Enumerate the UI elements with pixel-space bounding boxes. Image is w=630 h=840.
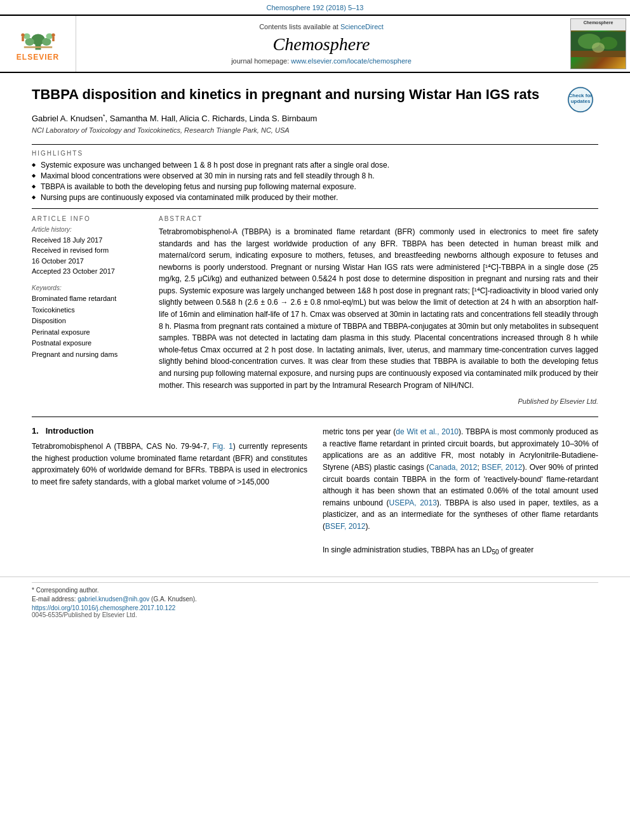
highlights-list: Systemic exposure was unchanged between … <box>32 161 598 202</box>
page: Chemosphere 192 (2018) 5–13 <box>0 0 630 840</box>
keyword: Postnatal exposure <box>32 338 146 349</box>
journal-title-area: Contents lists available at ScienceDirec… <box>76 16 566 72</box>
science-direct-label: Contents lists available at ScienceDirec… <box>259 23 384 30</box>
intro-right-col: metric tons per year (de Wit et al., 201… <box>323 426 598 557</box>
issn-line: 0045-6535/Published by Elsevier Ltd. <box>32 611 598 618</box>
accepted-date: Accepted 23 October 2017 <box>32 266 146 277</box>
homepage-link[interactable]: www.elsevier.com/locate/chemosphere <box>291 57 412 65</box>
crossmark-area[interactable]: Check for updates <box>566 86 598 117</box>
revised-date: 16 October 2017 <box>32 256 146 267</box>
article-info-divider <box>32 208 598 209</box>
affiliation: NCI Laboratory of Toxicology and Toxicok… <box>32 126 598 134</box>
elsevier-wordmark: ELSEVIER <box>17 53 59 62</box>
bsef2-ref[interactable]: BSEF, 2012 <box>325 522 365 531</box>
dewit-ref[interactable]: de Wit et al., 2010 <box>396 427 459 436</box>
svg-point-5 <box>46 34 53 39</box>
cover-label: Chemosphere <box>584 20 613 25</box>
intro-left-text: Tetrabromobisphenol A (TBBPA, CAS No. 79… <box>32 441 307 488</box>
intro-right-text: metric tons per year (de Wit et al., 201… <box>323 426 598 557</box>
highlights-label: HIGHLIGHTS <box>32 150 598 157</box>
corresponding-author-note: * Corresponding author. <box>32 587 598 594</box>
journal-cover-image: Chemosphere <box>570 18 626 69</box>
email-link[interactable]: gabriel.knudsen@nih.gov <box>77 596 149 603</box>
title-area: TBBPA disposition and kinetics in pregna… <box>32 86 598 104</box>
crossmark-icon: Check for updates <box>566 86 595 114</box>
journal-name: Chemosphere <box>273 34 370 55</box>
svg-point-4 <box>23 34 30 39</box>
article-history: Article history: Received 18 July 2017 R… <box>32 226 146 277</box>
doi-line[interactable]: https://doi.org/10.1016/j.chemosphere.20… <box>32 604 598 611</box>
svg-point-2 <box>25 38 34 46</box>
intro-left-col: 1. Introduction Tetrabromobisphenol A (T… <box>32 426 307 557</box>
revised-label: Received in revised form <box>32 245 146 256</box>
received-date: Received 18 July 2017 <box>32 235 146 246</box>
highlight-item: TBBPA is available to both the developin… <box>32 182 598 191</box>
article-info-label: ARTICLE INFO <box>32 215 146 222</box>
science-direct-link[interactable]: ScienceDirect <box>340 23 384 30</box>
main-content: TBBPA disposition and kinetics in pregna… <box>0 73 630 570</box>
email-note: E-mail address: gabriel.knudsen@nih.gov … <box>32 596 598 603</box>
journal-homepage: journal homepage: www.elsevier.com/locat… <box>231 57 412 65</box>
cover-artwork <box>570 32 626 69</box>
svg-text:Check for: Check for <box>569 93 593 98</box>
svg-text:updates: updates <box>571 98 591 104</box>
elsevier-logo-area: ELSEVIER <box>0 16 76 72</box>
svg-point-9 <box>51 34 55 37</box>
bsef-ref[interactable]: BSEF, 2012 <box>482 463 523 472</box>
journal-citation: Chemosphere 192 (2018) 5–13 <box>0 0 630 15</box>
usepa-ref[interactable]: USEPA, 2013 <box>389 498 436 507</box>
keyword: Toxicokinetics <box>32 305 146 316</box>
article-title: TBBPA disposition and kinetics in pregna… <box>32 86 598 104</box>
svg-point-15 <box>592 43 605 53</box>
keyword: Perinatal exposure <box>32 327 146 338</box>
published-by: Published by Elsevier Ltd. <box>159 397 598 405</box>
highlight-item: Maximal blood concentrations were observ… <box>32 171 598 180</box>
history-label: Article history: <box>32 226 146 233</box>
abstract-text: Tetrabromobisphenol-A (TBBPA) is a bromi… <box>159 226 598 391</box>
journal-header: ELSEVIER Contents lists available at Sci… <box>0 15 630 73</box>
keywords-label: Keywords: <box>32 284 146 291</box>
footer: * Corresponding author. E-mail address: … <box>0 577 630 622</box>
abstract-column: ABSTRACT Tetrabromobisphenol-A (TBBPA) i… <box>159 215 598 405</box>
article-info-column: ARTICLE INFO Article history: Received 1… <box>32 215 146 405</box>
canada-ref[interactable]: Canada, 2012 <box>429 463 477 472</box>
keywords-section: Keywords: Brominated flame retardant Tox… <box>32 284 146 361</box>
highlight-item: Nursing pups are continuously exposed vi… <box>32 193 598 202</box>
svg-point-7 <box>21 34 24 37</box>
footer-content: * Corresponding author. E-mail address: … <box>32 582 598 618</box>
intro-heading: 1. Introduction <box>32 426 307 436</box>
citation-text: Chemosphere 192 (2018) 5–13 <box>267 4 364 11</box>
authors: Gabriel A. Knudsen*, Samantha M. Hall, A… <box>32 113 598 123</box>
svg-rect-6 <box>23 46 51 48</box>
highlight-item: Systemic exposure was unchanged between … <box>32 161 598 170</box>
journal-cover-area: Chemosphere <box>566 16 630 72</box>
svg-rect-10 <box>52 37 55 41</box>
keyword: Pregnant and nursing dams <box>32 349 146 361</box>
elsevier-tree-icon <box>16 26 60 51</box>
keyword: Disposition <box>32 316 146 327</box>
fig1-link[interactable]: Fig. 1 <box>213 442 233 451</box>
article-info-abstract: ARTICLE INFO Article history: Received 1… <box>32 215 598 405</box>
svg-point-3 <box>42 38 51 46</box>
elsevier-logo: ELSEVIER <box>16 26 60 62</box>
highlights-divider <box>32 144 598 145</box>
doi-link[interactable]: https://doi.org/10.1016/j.chemosphere.20… <box>32 604 175 611</box>
body-divider <box>32 417 598 417</box>
keywords-list: Brominated flame retardant Toxicokinetic… <box>32 293 146 361</box>
svg-rect-8 <box>22 37 24 41</box>
keyword: Brominated flame retardant <box>32 293 146 305</box>
introduction-section: 1. Introduction Tetrabromobisphenol A (T… <box>32 426 598 557</box>
abstract-label: ABSTRACT <box>159 215 598 222</box>
